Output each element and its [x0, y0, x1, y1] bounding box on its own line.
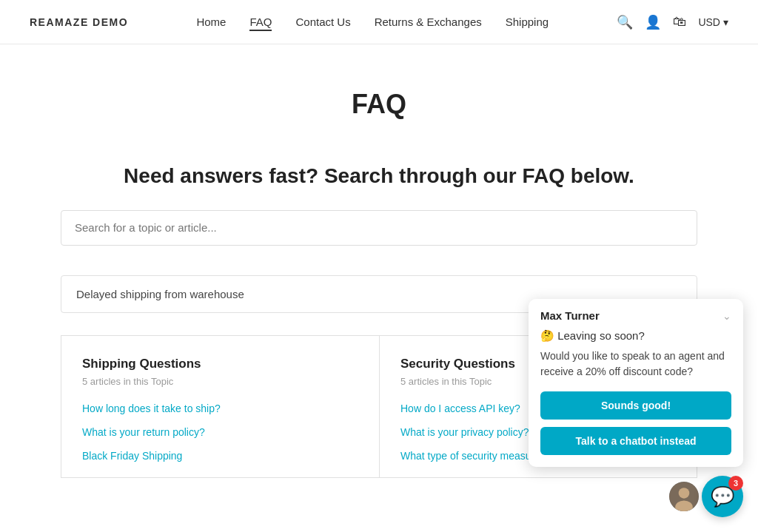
nav-returns[interactable]: Returns & Exchanges — [375, 16, 482, 28]
nav-right: 🔍 👤 🛍 USD ▾ — [617, 14, 728, 30]
search-icon[interactable]: 🔍 — [617, 14, 633, 30]
person-icon[interactable]: 👤 — [645, 14, 661, 30]
chat-sounds-good-button[interactable]: Sounds good! — [540, 391, 731, 420]
chevron-down-icon: ▾ — [723, 16, 728, 28]
chat-popup-body: 🤔 Leaving so soon? Would you like to spe… — [529, 329, 743, 467]
shipping-link-1[interactable]: What is your return policy? — [82, 426, 205, 438]
chat-popup: Max Turner ⌄ 🤔 Leaving so soon? Would yo… — [529, 299, 743, 467]
nav-home[interactable]: Home — [196, 16, 226, 28]
chat-agent-name: Max Turner — [540, 309, 600, 322]
currency-selector[interactable]: USD ▾ — [698, 16, 728, 28]
svg-point-1 — [679, 488, 690, 499]
navbar: REAMAZE DEMO Home FAQ Contact Us Returns… — [0, 0, 758, 44]
faq-subtitle: Need answers fast? Search through our FA… — [61, 164, 697, 188]
chat-notification-badge: 3 — [728, 476, 743, 491]
nav-shipping[interactable]: Shipping — [506, 16, 549, 28]
chat-chatbot-button[interactable]: Talk to a chatbot instead — [540, 427, 731, 455]
shipping-topic-card: Shipping Questions 5 articles in this To… — [61, 335, 379, 478]
chat-fab-button[interactable]: 💬 3 — [702, 476, 743, 517]
shipping-link-0[interactable]: How long does it take to ship? — [82, 403, 221, 414]
chat-message: Would you like to speak to an agent and … — [540, 349, 731, 380]
nav-contact[interactable]: Contact Us — [295, 16, 350, 28]
shipping-topic-count: 5 articles in this Topic — [82, 376, 358, 387]
page-title: FAQ — [61, 89, 697, 120]
chat-collapse-icon[interactable]: ⌄ — [722, 310, 731, 322]
security-link-1[interactable]: What is your privacy policy? — [400, 426, 529, 438]
cart-icon[interactable]: 🛍 — [673, 14, 686, 30]
brand-logo: REAMAZE DEMO — [30, 16, 128, 28]
avatar — [668, 480, 700, 513]
search-wrapper — [61, 210, 697, 246]
nav-faq[interactable]: FAQ — [249, 16, 272, 31]
chat-widget: Max Turner ⌄ 🤔 Leaving so soon? Would yo… — [529, 299, 743, 517]
nav-links: Home FAQ Contact Us Returns & Exchanges … — [196, 16, 549, 29]
chat-popup-header: Max Turner ⌄ — [529, 299, 743, 329]
shipping-link-2[interactable]: Black Friday Shipping — [82, 450, 182, 462]
shipping-topic-title: Shipping Questions — [82, 357, 358, 371]
shipping-topic-links: How long does it take to ship? What is y… — [82, 402, 358, 462]
security-link-0[interactable]: How do I access API key? — [400, 403, 520, 414]
search-input[interactable] — [75, 221, 683, 234]
chat-leaving-text: 🤔 Leaving so soon? — [540, 329, 731, 343]
